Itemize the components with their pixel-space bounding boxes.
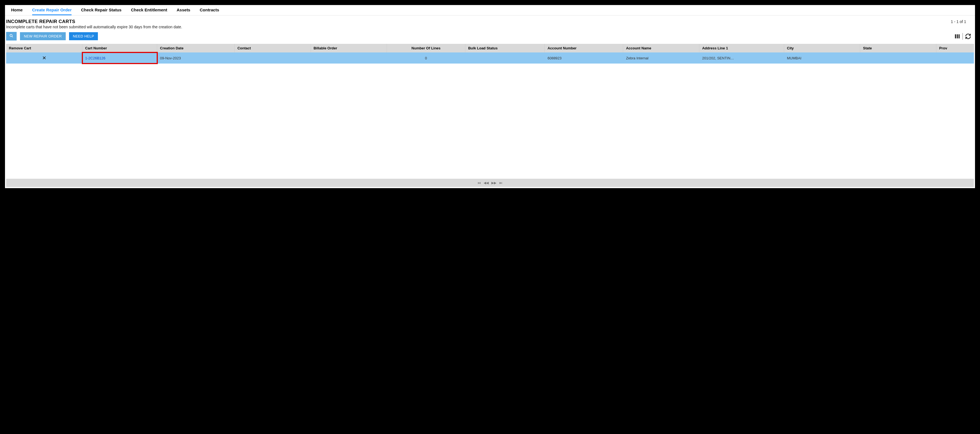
cell-province: [936, 53, 974, 64]
col-account-name[interactable]: Account Name: [623, 44, 699, 53]
cell-bulk-load-status: [465, 53, 545, 64]
col-billable-order[interactable]: Billable Order: [310, 44, 387, 53]
table-container: Remove Cart Cart Number Creation Date Co…: [6, 44, 974, 179]
nav-assets[interactable]: Assets: [177, 5, 190, 15]
svg-rect-2: [955, 34, 956, 38]
col-city[interactable]: City: [784, 44, 860, 53]
grid-scroll[interactable]: Remove Cart Cart Number Creation Date Co…: [6, 44, 974, 179]
pager: ⏮ ◀◀ ▶▶ ⏭: [6, 179, 974, 187]
search-button[interactable]: [6, 32, 17, 40]
cell-cart-number[interactable]: 1-2C26B126: [82, 53, 157, 64]
col-province[interactable]: Prov: [936, 44, 974, 53]
cell-state: [860, 53, 937, 64]
cell-remove[interactable]: ✕: [6, 53, 82, 64]
page-subtitle: Incomplete carts that have not been subm…: [6, 25, 182, 29]
pager-first-icon[interactable]: ⏮: [477, 181, 481, 185]
col-contact[interactable]: Contact: [235, 44, 311, 53]
cell-billable-order: [310, 53, 387, 64]
pager-prev-icon[interactable]: ◀◀: [484, 181, 488, 185]
repair-carts-table: Remove Cart Cart Number Creation Date Co…: [6, 44, 974, 64]
col-state[interactable]: State: [860, 44, 937, 53]
page-header: INCOMPLETE REPAIR CARTS Incomplete carts…: [5, 16, 975, 29]
columns-button[interactable]: [954, 33, 961, 40]
columns-icon: [954, 33, 960, 40]
cell-account-name: Zebra Internal: [623, 53, 699, 64]
table-row[interactable]: ✕ 1-2C26B126 09-Nov-2023 0 6088923 Zebra…: [6, 53, 974, 64]
col-creation-date[interactable]: Creation Date: [157, 44, 235, 53]
col-number-of-lines[interactable]: Number Of Lines: [387, 44, 465, 53]
pager-last-icon[interactable]: ⏭: [499, 181, 503, 185]
nav-home[interactable]: Home: [11, 5, 23, 15]
cell-creation-date: 09-Nov-2023: [157, 53, 235, 64]
need-help-button[interactable]: NEED HELP: [69, 32, 98, 40]
nav-check-entitlement[interactable]: Check Entitlement: [131, 5, 167, 15]
svg-point-0: [10, 34, 12, 37]
new-repair-order-button[interactable]: NEW REPAIR ORDER: [20, 32, 66, 40]
nav-create-repair-order[interactable]: Create Repair Order: [32, 5, 72, 15]
svg-rect-4: [959, 34, 960, 38]
col-account-number[interactable]: Account Number: [545, 44, 623, 53]
nav-contracts[interactable]: Contracts: [200, 5, 219, 15]
col-bulk-load-status[interactable]: Bulk Load Status: [465, 44, 545, 53]
col-cart-number[interactable]: Cart Number: [82, 44, 157, 53]
close-icon[interactable]: ✕: [42, 55, 46, 61]
toolbar: NEW REPAIR ORDER NEED HELP: [5, 29, 975, 44]
col-address-line-1[interactable]: Address Line 1: [699, 44, 784, 53]
col-remove-cart[interactable]: Remove Cart: [6, 44, 82, 53]
cell-account-number: 6088923: [545, 53, 623, 64]
cell-number-of-lines: 0: [387, 53, 465, 64]
cell-address-line-1: 201/202, SENTIN…: [699, 53, 784, 64]
main-nav: Home Create Repair Order Check Repair St…: [5, 5, 975, 16]
page-title: INCOMPLETE REPAIR CARTS: [6, 19, 182, 24]
cart-number-link[interactable]: 1-2C26B126: [85, 56, 105, 60]
record-count: 1 - 1 of 1: [951, 19, 974, 24]
toolbar-divider: [963, 33, 963, 40]
table-header-row: Remove Cart Cart Number Creation Date Co…: [6, 44, 974, 53]
refresh-button[interactable]: [964, 33, 972, 40]
app-frame: Home Create Repair Order Check Repair St…: [5, 5, 975, 188]
pager-next-icon[interactable]: ▶▶: [492, 181, 496, 185]
search-icon: [10, 34, 13, 38]
cell-contact: [235, 53, 311, 64]
svg-rect-3: [957, 34, 958, 38]
cell-city: MUMBAI: [784, 53, 860, 64]
svg-line-1: [12, 36, 13, 37]
refresh-icon: [965, 33, 971, 40]
nav-check-repair-status[interactable]: Check Repair Status: [81, 5, 121, 15]
